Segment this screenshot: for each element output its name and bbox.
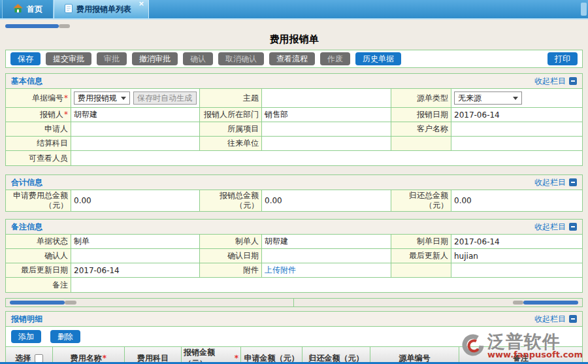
doc-number-rule-select[interactable]: 费用报销规: [74, 91, 130, 105]
doc-status-label: 单据状态: [6, 235, 71, 249]
required-marker: *: [103, 354, 106, 363]
tab-expense-list[interactable]: 费用报销单列表 ×: [54, 0, 149, 18]
return-total-field[interactable]: 0.00: [451, 190, 582, 211]
detail-collapse-link[interactable]: 收起栏目: [534, 314, 577, 325]
detail-header: 报销明细 收起栏目: [6, 312, 582, 327]
empty-label-cell: [391, 137, 451, 151]
revoke-approval-button[interactable]: 撤消审批: [132, 52, 178, 65]
reimburse-total-field[interactable]: 0.00: [262, 190, 391, 211]
detail-title: 报销明细: [11, 314, 42, 325]
collapse-icon[interactable]: [569, 315, 577, 323]
upload-attachment-link[interactable]: 上传附件: [265, 265, 296, 276]
reimburse-total-label: 报销总金额（元）: [200, 190, 262, 211]
creator-field: 胡帮建: [262, 235, 391, 249]
remark-info-grid: 单据状态 制单 制单人 胡帮建 制单日期 2017-06-14 确认人 确认日期…: [6, 235, 582, 292]
select-all-checkbox[interactable]: [35, 354, 43, 363]
pane-scrollbars: [5, 298, 583, 307]
void-button[interactable]: 作废: [320, 52, 350, 65]
approve-button[interactable]: 审批: [97, 52, 127, 65]
document-icon: [65, 4, 73, 15]
scrollbar-thumb[interactable]: [10, 301, 65, 305]
vendor-url: www.fanpusoft.com: [487, 350, 583, 359]
vendor-text: 泛普软件 www.fanpusoft.com: [487, 333, 583, 359]
customer-field[interactable]: [451, 122, 582, 137]
collapse-icon[interactable]: [569, 223, 577, 231]
submit-approval-button[interactable]: 提交审批: [46, 52, 91, 65]
reimburser-label: 报销人*: [6, 108, 71, 122]
customer-label: 客户名称: [391, 122, 451, 137]
total-collapse-link[interactable]: 收起栏目: [534, 177, 577, 188]
save-button[interactable]: 保存: [10, 52, 41, 65]
settle-subject-field[interactable]: [71, 137, 200, 151]
department-label: 报销人所在部门: [200, 108, 262, 122]
viewers-field[interactable]: [71, 151, 582, 165]
settle-subject-label: 结算科目: [6, 137, 71, 151]
basic-info-grid: 单据编号* 费用报销规 保存时自动生成 主题 源单类型 无来源 报销人* 胡帮建…: [6, 89, 582, 165]
scrollbar-thumb[interactable]: [523, 301, 578, 305]
empty-value-cell: [451, 263, 582, 278]
tab-close-icon[interactable]: ×: [139, 0, 144, 8]
reimburser-field[interactable]: 胡帮建: [71, 108, 200, 122]
source-type-select[interactable]: 无来源: [454, 91, 522, 105]
create-date-label: 制单日期: [391, 235, 451, 249]
remark-collapse-link[interactable]: 收起栏目: [534, 222, 577, 233]
counterpart-field[interactable]: [262, 137, 391, 151]
collapse-icon[interactable]: [569, 178, 577, 186]
total-info-grid: 申请费用总金额（元） 0.00 报销总金额（元） 0.00 归还总金额（元） 0…: [6, 190, 582, 211]
total-info-header: 合计信息 收起栏目: [6, 175, 582, 190]
basic-info-header: 基本信息 收起栏目: [6, 74, 582, 89]
collapse-icon[interactable]: [569, 77, 577, 85]
creator-label: 制单人: [200, 235, 262, 249]
doc-number-field: 费用报销规 保存时自动生成: [71, 89, 200, 108]
scrollbar-track-end: [59, 24, 70, 28]
counterpart-label: 往来单位: [200, 137, 262, 151]
empty-value-cell: [451, 137, 582, 151]
basic-collapse-label: 收起栏目: [534, 76, 566, 87]
page-title: 费用报销单: [5, 33, 583, 46]
remark-collapse-label: 收起栏目: [534, 222, 566, 233]
scrollbar-thumb[interactable]: [5, 24, 59, 28]
basic-info-title: 基本信息: [11, 76, 42, 87]
vendor-watermark: 泛普软件 www.fanpusoft.com: [461, 333, 583, 359]
tab-home-label: 首页: [27, 4, 42, 15]
view-process-button[interactable]: 查看流程: [269, 52, 315, 65]
horizontal-scrollbar-top[interactable]: [5, 24, 583, 29]
attachment-field: 上传附件: [262, 263, 391, 278]
applied-total-field[interactable]: 0.00: [71, 190, 200, 211]
note-field[interactable]: [71, 278, 582, 292]
tab-expense-list-label: 费用报销单列表: [76, 4, 131, 15]
confirm-button[interactable]: 确认: [183, 52, 213, 65]
source-type-label: 源单类型: [391, 89, 451, 108]
cancel-confirm-button[interactable]: 取消确认: [218, 52, 264, 65]
department-field[interactable]: 销售部: [262, 108, 391, 122]
doc-number-label: 单据编号*: [6, 89, 71, 108]
note-label: 备注: [6, 278, 71, 292]
scrollbar-track-end: [65, 301, 76, 305]
last-updater-label: 最后更新人: [391, 249, 451, 263]
confirmer-field: [71, 249, 200, 263]
scrollbar-track-end: [513, 301, 523, 305]
right-pane-scrollbar[interactable]: [294, 299, 582, 306]
tab-home[interactable]: 首页: [2, 0, 54, 18]
total-info-section: 合计信息 收起栏目 申请费用总金额（元） 0.00 报销总金额（元） 0.00 …: [5, 174, 583, 212]
remark-info-header: 备注信息 收起栏目: [6, 220, 582, 235]
reimburse-date-field[interactable]: 2017-06-14: [451, 108, 582, 122]
tab-scroll-button[interactable]: [581, 3, 587, 16]
remark-info-title: 备注信息: [11, 222, 42, 233]
left-pane-scrollbar[interactable]: [6, 299, 294, 306]
subject-field[interactable]: [262, 89, 391, 108]
confirm-date-label: 确认日期: [200, 249, 262, 263]
delete-row-button[interactable]: 删除: [50, 330, 80, 343]
applicant-label: 申请人: [6, 122, 71, 137]
applicant-field[interactable]: [71, 122, 200, 137]
applied-total-label: 申请费用总金额（元）: [6, 190, 71, 211]
history-button[interactable]: 历史单据: [355, 52, 401, 65]
toolbar: 保存 提交审批 审批 撤消审批 确认 取消确认 查看流程 作废 历史单据 打印: [5, 50, 583, 68]
print-button[interactable]: 打印: [547, 52, 578, 65]
basic-collapse-link[interactable]: 收起栏目: [534, 76, 577, 87]
add-row-button[interactable]: 添加: [11, 330, 41, 343]
detail-collapse-label: 收起栏目: [534, 314, 566, 325]
basic-info-section: 基本信息 收起栏目 单据编号* 费用报销规 保存时自动生成 主题 源单类型 无来…: [5, 73, 583, 166]
project-field[interactable]: [262, 122, 391, 137]
required-marker: *: [64, 110, 68, 120]
